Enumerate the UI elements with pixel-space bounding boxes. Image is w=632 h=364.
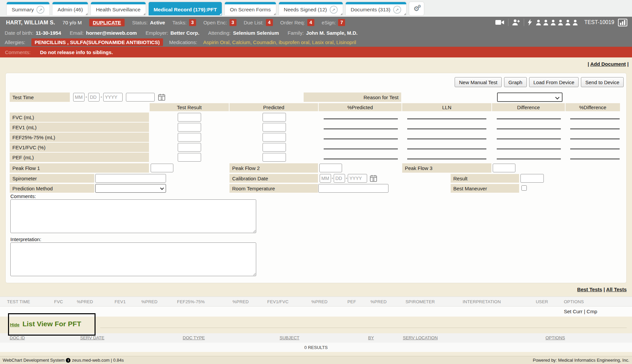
th-pred-3: %PRED xyxy=(232,299,249,304)
th-test-time: TEST TIME xyxy=(7,299,30,304)
medications-list[interactable]: Aspirin Oral, Calcium, Coumadin, ibuprof… xyxy=(203,39,356,45)
legend-divider-line xyxy=(100,328,627,328)
open-in-new-window-icon[interactable]: ↗ xyxy=(330,6,338,14)
tests-table-header: TEST TIME FVC %PRED FEV1 %PRED FEF25%-75… xyxy=(0,297,632,307)
test-time-month-input[interactable] xyxy=(73,93,85,102)
result-input[interactable] xyxy=(520,174,544,183)
fev1-label: FEV1 (mL) xyxy=(10,123,149,132)
fev1-test-result-input[interactable] xyxy=(178,123,201,132)
calibration-date-label: Calibration Date xyxy=(229,174,318,183)
peak-flow-2-label: Peak Flow 2 xyxy=(229,163,318,173)
open-in-new-window-icon[interactable]: ↗ xyxy=(393,6,401,14)
due-list-label: Due List: xyxy=(244,20,264,25)
tab-summary[interactable]: Summary ↗ xyxy=(7,2,49,15)
calendar-icon[interactable] xyxy=(158,94,165,102)
comments-banner-label: Comments: xyxy=(5,49,31,55)
room-temperature-input[interactable] xyxy=(318,184,388,193)
doc-col-subject[interactable]: SUBJECT xyxy=(280,335,299,340)
hide-list-link[interactable]: Hide xyxy=(10,322,19,327)
fev1-fvc-test-result-input[interactable] xyxy=(178,143,201,152)
esign-count-badge[interactable]: 7 xyxy=(338,19,345,26)
users-group-icons[interactable] xyxy=(536,20,579,25)
reason-for-test-select[interactable] xyxy=(497,93,563,102)
bar-chart-button[interactable] xyxy=(618,19,627,26)
add-person-icon[interactable] xyxy=(512,19,520,25)
set-curr-link[interactable]: Set Curr xyxy=(564,309,583,314)
divider xyxy=(508,19,508,26)
doc-col-by[interactable]: BY xyxy=(368,335,374,340)
add-document-link[interactable]: Add Document xyxy=(590,61,626,67)
tasks-count-badge[interactable]: 3 xyxy=(189,19,196,26)
th-pred-1: %PRED xyxy=(77,299,93,304)
duplicate-badge[interactable]: DUPLICATE xyxy=(89,19,125,26)
fef-test-result-input[interactable] xyxy=(178,133,201,142)
order-req-count-badge[interactable]: 4 xyxy=(307,19,314,26)
tab-health-surveillance[interactable]: Health Surveillance xyxy=(91,2,146,15)
tasks-label: Tasks: xyxy=(172,20,187,25)
load-from-device-button[interactable]: Load From Device xyxy=(529,77,579,87)
tab-needs-signed[interactable]: Needs Signed (12) ↗ xyxy=(279,2,343,15)
test-time-day-input[interactable] xyxy=(88,93,100,102)
spirometer-input[interactable] xyxy=(95,174,166,183)
peak-flow-row: Peak Flow 1 Peak Flow 2 Peak Flow 3 xyxy=(6,163,626,173)
best-maneuver-checkbox[interactable] xyxy=(521,185,527,191)
fef-predicted-input[interactable] xyxy=(263,133,286,142)
cmp-link[interactable]: Cmp xyxy=(587,309,597,314)
doc-col-doc-type[interactable]: DOC TYPE xyxy=(183,335,205,340)
peak-flow-2-input[interactable] xyxy=(319,164,342,172)
best-tests-link[interactable]: Best Tests xyxy=(577,287,602,292)
calendar-icon[interactable] xyxy=(370,175,377,183)
pef-row: PEF (mL) xyxy=(6,153,626,162)
documents-empty-row: 0 RESULTS xyxy=(0,343,632,352)
doc-col-options[interactable]: OPTIONS xyxy=(545,335,565,340)
patient-header-row-2: Date of birth:11-30-1954 Email:horner@mi… xyxy=(0,28,632,37)
fev1-predicted-input[interactable] xyxy=(263,123,286,132)
send-to-device-button[interactable]: Send to Device xyxy=(581,77,624,87)
tab-admin[interactable]: Admin (46) xyxy=(52,2,88,15)
doc-col-serv-date[interactable]: SERV DATE xyxy=(80,335,104,340)
doc-col-serv-location[interactable]: SERV LOCATION xyxy=(403,335,438,340)
pef-test-result-input[interactable] xyxy=(178,153,201,162)
lightning-icon[interactable] xyxy=(528,19,532,26)
interpretation-textarea[interactable] xyxy=(10,242,256,276)
comments-textarea[interactable] xyxy=(10,199,256,233)
fvc-test-result-input[interactable] xyxy=(178,113,201,122)
pef-predicted-input[interactable] xyxy=(263,153,286,162)
allergies-badge[interactable]: PENICILLINS , SULFA(SULFONAMIDE ANTIBIOT… xyxy=(31,38,163,46)
due-list-count-badge[interactable]: 4 xyxy=(266,19,273,26)
patient-header-row-1: HART, WILLIAM S. 70 y/o M DUPLICATE Stat… xyxy=(0,17,632,28)
doc-col-doc-id[interactable]: DOC ID xyxy=(10,335,25,340)
peak-flow-1-input[interactable] xyxy=(151,164,173,172)
th-interpretation: INTERPRETATION xyxy=(463,299,501,304)
tab-on-screen-forms[interactable]: On Screen Forms xyxy=(225,2,276,15)
settings-gears-button[interactable]: ⚙ ⚙ xyxy=(409,2,424,15)
fev1-fvc-label: FEV1/FVC (%) xyxy=(10,143,149,152)
calibration-year-input[interactable] xyxy=(348,174,367,183)
info-icon[interactable]: i xyxy=(66,358,70,363)
room-temperature-label: Room Temperature xyxy=(229,184,318,193)
th-fvc: FVC xyxy=(54,299,63,304)
divider xyxy=(524,19,524,26)
new-manual-test-button[interactable]: New Manual Test xyxy=(455,77,502,87)
webchart-pft-screen: Summary ↗ Admin (46) Health Surveillance… xyxy=(0,0,632,364)
test-time-year-input[interactable] xyxy=(103,93,123,102)
gear-small-icon: ⚙ xyxy=(418,4,421,9)
open-enc-count-badge[interactable]: 3 xyxy=(229,19,236,26)
email-value: horner@mieweb.com xyxy=(86,30,137,36)
tab-documents[interactable]: Documents (313) ↗ xyxy=(346,2,406,15)
status-label: Status: xyxy=(132,20,148,25)
all-tests-link[interactable]: All Tests xyxy=(606,287,627,292)
page-footer: WebChart Development System i zeus.med-w… xyxy=(0,356,632,364)
open-in-new-window-icon[interactable]: ↗ xyxy=(36,6,44,14)
fev1-fvc-predicted-input[interactable] xyxy=(263,143,286,152)
peak-flow-3-input[interactable] xyxy=(493,164,515,172)
calibration-month-input[interactable] xyxy=(320,174,331,183)
prediction-method-select[interactable] xyxy=(95,184,166,193)
test-time-clock-input[interactable] xyxy=(126,93,155,102)
fvc-predicted-input[interactable] xyxy=(263,113,286,122)
video-camera-icon[interactable] xyxy=(495,19,504,25)
graph-button[interactable]: Graph xyxy=(504,77,527,87)
calibration-day-input[interactable] xyxy=(334,174,345,183)
bar-chart-icon xyxy=(620,23,621,25)
tab-medical-record-active[interactable]: Medical Record (179):PFT xyxy=(149,2,222,15)
